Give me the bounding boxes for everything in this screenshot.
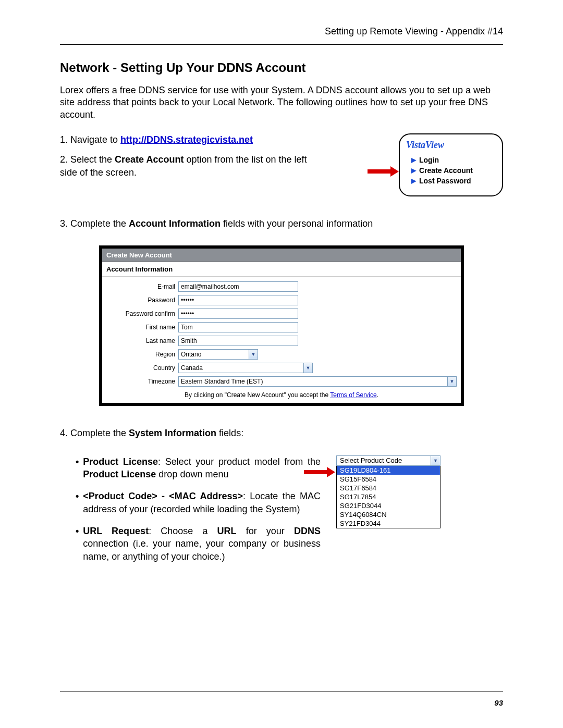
intro-paragraph: Lorex offers a free DDNS service for use…	[60, 84, 503, 121]
tos-link[interactable]: Terms of Service	[330, 391, 376, 399]
step-2-bold: Create Account	[115, 154, 183, 165]
ddns-link[interactable]: http://DDNS.strategicvista.net	[120, 134, 253, 145]
form-subheader: Account Information	[102, 262, 461, 277]
page-header: Setting up Remote Viewing - Appendix #14	[60, 26, 503, 37]
product-code-option[interactable]: SY21FD3044	[337, 519, 440, 528]
tos-text: By clicking on "Create New Account" you …	[102, 388, 461, 400]
step-4: 4. Complete the System Information field…	[60, 427, 503, 439]
label-country: Country	[106, 364, 178, 372]
product-code-option[interactable]: SG19LD804-161	[337, 466, 440, 475]
label-region: Region	[106, 351, 178, 358]
vistaview-item-lost-password[interactable]: ▶Lost Password	[406, 176, 496, 186]
triangle-bullet-icon: ▶	[411, 167, 416, 174]
first-name-field[interactable]: Tom	[178, 322, 298, 332]
product-code-select[interactable]: Select Product Code ▼	[336, 455, 440, 466]
chevron-down-icon: ▼	[431, 456, 440, 465]
chevron-down-icon: ▼	[303, 363, 313, 373]
step-3-text-a: 3. Complete the	[60, 218, 129, 229]
vistaview-box: VistaView ▶Login ▶Create Account ▶Lost P…	[399, 133, 503, 196]
product-code-dropdown: Select Product Code ▼ SG19LD804-161 SG15…	[336, 455, 440, 528]
label-password: Password	[106, 297, 178, 304]
chevron-down-icon: ▼	[447, 376, 457, 387]
email-field[interactable]: email@mailhost.com	[178, 281, 298, 292]
region-select[interactable]: Ontario▼	[178, 349, 258, 360]
bullet-mac-address: • <Product Code> - <MAC Address>: Locate…	[76, 490, 321, 515]
last-name-field[interactable]: Smith	[178, 336, 298, 346]
product-code-option[interactable]: SG17F6584	[337, 484, 440, 492]
vistaview-title: VistaView	[406, 140, 496, 151]
label-last-name: Last name	[106, 337, 178, 344]
bullet-product-license: • Product License: Select your product m…	[76, 455, 321, 481]
section-title: Network - Setting Up Your DDNS Account	[60, 60, 503, 75]
step-1-text: 1. Navigate to	[60, 134, 120, 145]
step-3-bold: Account Information	[129, 218, 221, 229]
red-arrow-icon	[304, 467, 335, 477]
top-divider	[60, 44, 503, 45]
step-4-bold: System Information	[129, 428, 216, 438]
label-email: E-mail	[106, 283, 178, 290]
label-password-confirm: Password confirm	[106, 310, 178, 317]
red-arrow-icon	[368, 166, 399, 177]
step-1: 1. Navigate to http://DDNS.strategicvist…	[60, 133, 388, 146]
form-header: Create New Account	[102, 249, 461, 262]
page-footer: 93	[60, 692, 503, 707]
label-timezone: Timezone	[106, 378, 178, 385]
vistaview-item-login[interactable]: ▶Login	[406, 155, 496, 165]
chevron-down-icon: ▼	[249, 349, 258, 360]
create-account-form: Create New Account Account Information E…	[99, 245, 464, 406]
vistaview-item-create-account[interactable]: ▶Create Account	[406, 165, 496, 176]
product-code-option[interactable]: SG17L7854	[337, 492, 440, 501]
bullet-url-request: • URL Request: Choose a URL for your DDN…	[76, 525, 321, 563]
step-3: 3. Complete the Account Information fiel…	[60, 217, 503, 230]
step-3-text-c: fields with your personal information	[221, 218, 373, 229]
triangle-bullet-icon: ▶	[411, 177, 416, 184]
bullet-list: • Product License: Select your product m…	[76, 455, 321, 572]
label-first-name: First name	[106, 324, 178, 331]
step-2: 2. Select the Create Account option from…	[60, 153, 321, 179]
step-2-text-a: 2. Select the	[60, 154, 115, 165]
bottom-divider	[60, 692, 503, 692]
password-confirm-field[interactable]: ••••••	[178, 309, 298, 319]
product-code-options: SG19LD804-161 SG15F6584 SG17F6584 SG17L7…	[336, 466, 440, 528]
product-code-option[interactable]: SG21FD3044	[337, 501, 440, 510]
country-select[interactable]: Canada▼	[178, 363, 313, 373]
page-number: 93	[60, 698, 503, 707]
triangle-bullet-icon: ▶	[411, 156, 416, 164]
product-code-option[interactable]: SG15F6584	[337, 475, 440, 484]
product-code-option[interactable]: SY14Q6084CN	[337, 510, 440, 519]
timezone-select[interactable]: Eastern Standard Time (EST)▼	[178, 376, 457, 387]
password-field[interactable]: ••••••	[178, 295, 298, 305]
